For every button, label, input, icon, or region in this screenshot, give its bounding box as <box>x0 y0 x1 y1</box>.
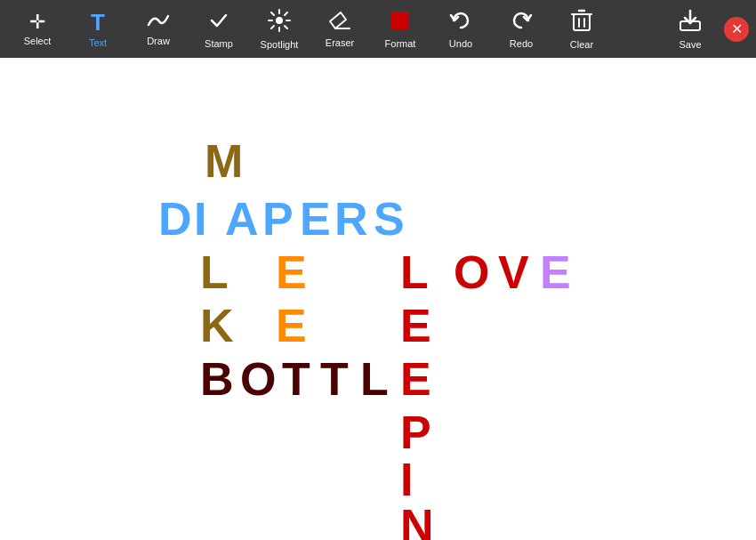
stamp-tool[interactable]: Stamp <box>189 4 249 55</box>
stamp-icon <box>208 10 229 35</box>
svg-line-7 <box>285 12 287 15</box>
redo-tool[interactable]: Redo <box>491 4 551 55</box>
canvas-letter-18: O <box>240 356 276 402</box>
redo-icon <box>510 10 533 35</box>
canvas-letter-5: E <box>300 196 331 242</box>
canvas-letter-17: B <box>200 356 234 402</box>
canvas-letter-14: K <box>200 302 234 349</box>
canvas-letter-9: E <box>276 249 307 295</box>
eraser-tool[interactable]: Eraser <box>310 4 370 55</box>
canvas-letter-4: P <box>262 196 294 242</box>
spotlight-tool[interactable]: Spotlight <box>249 4 310 55</box>
draw-icon <box>147 12 170 32</box>
draw-tool[interactable]: Draw <box>128 4 189 55</box>
eraser-icon <box>328 11 351 34</box>
svg-marker-9 <box>330 12 346 28</box>
close-button[interactable]: ✕ <box>724 17 749 42</box>
canvas-letter-3: A <box>225 196 259 242</box>
clear-tool[interactable]: Clear <box>551 4 612 55</box>
spotlight-label: Spotlight <box>261 39 299 50</box>
spotlight-icon <box>268 9 291 36</box>
canvas: MDIAPERSLELOVEKEEBOTTLEPING <box>0 58 756 540</box>
format-tool[interactable]: Format <box>370 4 430 55</box>
undo-icon <box>449 10 472 35</box>
save-tool[interactable]: Save <box>660 4 720 55</box>
select-icon: ✛ <box>29 12 45 32</box>
trash-icon <box>571 9 592 36</box>
svg-point-0 <box>276 17 283 24</box>
format-icon <box>390 10 411 35</box>
canvas-letter-21: L <box>360 356 389 402</box>
canvas-letter-23: P <box>400 409 431 455</box>
undo-tool[interactable]: Undo <box>430 4 491 55</box>
canvas-letter-20: T <box>320 356 349 402</box>
canvas-letter-7: S <box>374 196 405 242</box>
save-label: Save <box>679 39 701 50</box>
canvas-letter-0: M <box>205 138 243 184</box>
eraser-label: Eraser <box>326 37 354 48</box>
undo-label: Undo <box>449 38 472 49</box>
canvas-letter-13: E <box>540 249 571 295</box>
save-icon <box>679 9 702 36</box>
canvas-letter-16: E <box>400 302 431 349</box>
stamp-label: Stamp <box>205 38 233 49</box>
redo-label: Redo <box>510 38 533 49</box>
canvas-letter-1: D <box>158 196 192 242</box>
text-label: Text <box>89 37 107 48</box>
format-label: Format <box>385 38 416 49</box>
select-label: Select <box>24 36 52 46</box>
canvas-letter-25: N <box>400 503 434 540</box>
svg-line-6 <box>285 26 287 28</box>
canvas-letter-19: T <box>282 356 310 402</box>
toolbar: ✛ Select T Text Draw Stamp <box>0 0 756 58</box>
svg-rect-12 <box>574 14 590 30</box>
svg-line-5 <box>271 12 274 15</box>
select-tool[interactable]: ✛ Select <box>7 4 68 55</box>
canvas-letter-2: I <box>194 196 206 242</box>
canvas-letter-10: L <box>400 249 429 295</box>
draw-label: Draw <box>147 36 170 46</box>
canvas-letter-15: E <box>276 302 307 349</box>
canvas-letter-6: R <box>334 196 368 242</box>
canvas-letter-8: L <box>200 249 229 295</box>
svg-line-8 <box>271 26 274 28</box>
clear-label: Clear <box>570 39 593 50</box>
canvas-letter-22: E <box>400 356 431 402</box>
text-tool[interactable]: T Text <box>68 4 128 55</box>
text-icon: T <box>91 11 105 34</box>
canvas-letter-11: O <box>454 249 489 295</box>
canvas-letter-24: I <box>400 456 413 503</box>
canvas-letter-12: V <box>498 249 529 295</box>
svg-rect-11 <box>391 12 409 29</box>
